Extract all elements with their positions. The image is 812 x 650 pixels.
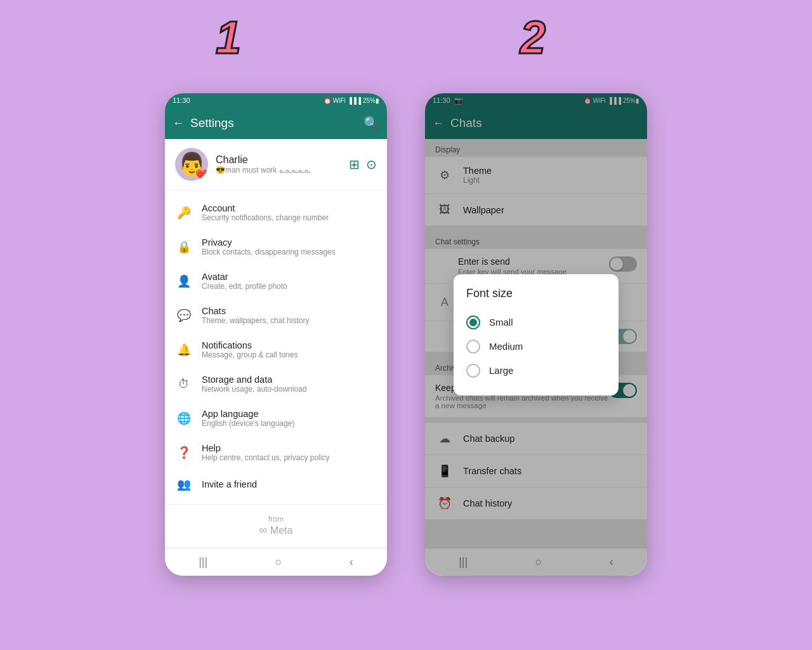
settings-footer: from ∞ Meta [165,505,387,547]
account-title: Account [202,203,377,213]
app-bar-1: ← Settings 🔍 [165,107,387,139]
profile-info: Charlie 😎man must work ـﻩـﻩـﻩـﻩـﻩ [216,154,341,175]
language-title: App language [202,409,377,419]
notifications-icon: 🔔 [175,343,193,357]
radio-small[interactable]: Small [466,310,606,335]
profile-section[interactable]: 👨 ❤️ Charlie 😎man must work ـﻩـﻩـﻩـﻩـﻩ ⊞… [165,139,387,190]
settings-screen: 👨 ❤️ Charlie 😎man must work ـﻩـﻩـﻩـﻩـﻩ ⊞… [165,139,387,548]
status-icons-1: ⏰ WiFi ▐▐▐ 25%▮ [324,97,379,104]
expand-button[interactable]: ⊙ [366,157,377,172]
radio-small-inner [469,319,477,326]
radio-large-label: Large [489,365,513,376]
font-size-modal-overlay[interactable]: Font size Small Medium Large [425,93,647,576]
radio-small-label: Small [489,317,513,328]
storage-title: Storage and data [202,375,377,385]
account-icon: 🔑 [175,206,193,220]
language-subtitle: English (device's language) [202,419,377,428]
radio-large[interactable]: Large [466,359,606,383]
help-title: Help [202,443,377,453]
phone-2: 11:30 📷 ⏰ WiFi ▐▐▐ 25%▮ ← Chats Display … [425,93,647,576]
profile-actions: ⊞ ⊙ [349,157,377,172]
footer-from: from [175,515,377,524]
privacy-text: Privacy Block contacts, disappearing mes… [202,237,377,256]
settings-item-language[interactable]: 🌐 App language English (device's languag… [165,401,387,435]
invite-text: Invite a friend [202,479,377,489]
language-icon: 🌐 [175,411,193,425]
meta-infinity-icon: ∞ [259,524,268,536]
step-2-label: 2 [520,11,546,63]
avatar: 👨 ❤️ [175,148,208,181]
account-subtitle: Security notifications, change number [202,213,377,222]
privacy-subtitle: Block contacts, disappearing messages [202,248,377,256]
settings-item-notifications[interactable]: 🔔 Notifications Message, group & call to… [165,333,387,367]
settings-item-help[interactable]: ❓ Help Help centre, contact us, privacy … [165,435,387,470]
radio-medium-circle [466,340,480,354]
nav-bar-1: ||| ○ ‹ [165,548,387,576]
signal-icon: ▐▐▐ [348,97,361,104]
avatar-icon: 👤 [175,274,193,288]
status-bar-1: 11:30 ⏰ WiFi ▐▐▐ 25%▮ [165,93,387,107]
storage-text: Storage and data Network usage, auto-dow… [202,375,377,394]
avatar-text: Avatar Create, edit, profile photo [202,272,377,291]
meta-logo: ∞ Meta [175,524,377,537]
radio-small-circle [466,315,480,329]
app-bar-title-1: Settings [190,116,357,130]
settings-item-account[interactable]: 🔑 Account Security notifications, change… [165,196,387,230]
radio-large-circle [466,364,480,378]
chats-icon: 💬 [175,308,193,322]
phone-1: 11:30 ⏰ WiFi ▐▐▐ 25%▮ ← Settings 🔍 👨 ❤️ … [165,93,387,576]
settings-item-privacy[interactable]: 🔒 Privacy Block contacts, disappearing m… [165,230,387,264]
account-text: Account Security notifications, change n… [202,203,377,222]
invite-icon: 👥 [175,477,193,491]
search-button-1[interactable]: 🔍 [363,116,379,131]
help-subtitle: Help centre, contact us, privacy policy [202,453,377,462]
wifi-icon: WiFi [333,97,346,104]
home-button-1[interactable]: ○ [275,555,282,569]
storage-icon: ⏱ [175,378,193,391]
chats-text: Chats Theme, wallpapers, chat history [202,306,377,325]
step-1-label: 1 [216,11,241,63]
notifications-subtitle: Message, group & call tones [202,350,377,359]
alarm-icon: ⏰ [324,97,331,104]
radio-medium-label: Medium [489,341,523,352]
status-time-1: 11:30 [173,96,190,104]
help-text: Help Help centre, contact us, privacy po… [202,443,377,462]
profile-name: Charlie [216,154,341,166]
settings-group-1: 🔑 Account Security notifications, change… [165,190,387,505]
qr-code-button[interactable]: ⊞ [349,157,360,172]
font-size-modal: Font size Small Medium Large [454,274,619,395]
profile-status: 😎man must work ـﻩـﻩـﻩـﻩـﻩ [216,166,341,175]
privacy-title: Privacy [202,237,377,248]
battery-icon: 25%▮ [363,97,379,104]
settings-item-storage[interactable]: ⏱ Storage and data Network usage, auto-d… [165,367,387,401]
privacy-icon: 🔒 [175,240,193,254]
language-text: App language English (device's language) [202,409,377,428]
avatar-title: Avatar [202,272,377,282]
avatar-subtitle: Create, edit, profile photo [202,282,377,291]
recent-apps-button-1[interactable]: ||| [199,555,207,569]
notifications-title: Notifications [202,340,377,350]
settings-item-avatar[interactable]: 👤 Avatar Create, edit, profile photo [165,264,387,298]
notifications-text: Notifications Message, group & call tone… [202,340,377,359]
settings-item-chats[interactable]: 💬 Chats Theme, wallpapers, chat history [165,298,387,333]
back-nav-button-1[interactable]: ‹ [350,555,353,569]
invite-title: Invite a friend [202,479,377,489]
storage-subtitle: Network usage, auto-download [202,385,377,394]
help-icon: ❓ [175,446,193,460]
radio-medium[interactable]: Medium [466,335,606,359]
modal-title: Font size [466,287,606,300]
back-button-1[interactable]: ← [173,117,184,130]
chats-title: Chats [202,306,377,316]
settings-item-invite[interactable]: 👥 Invite a friend [165,470,387,499]
chats-subtitle: Theme, wallpapers, chat history [202,316,377,325]
